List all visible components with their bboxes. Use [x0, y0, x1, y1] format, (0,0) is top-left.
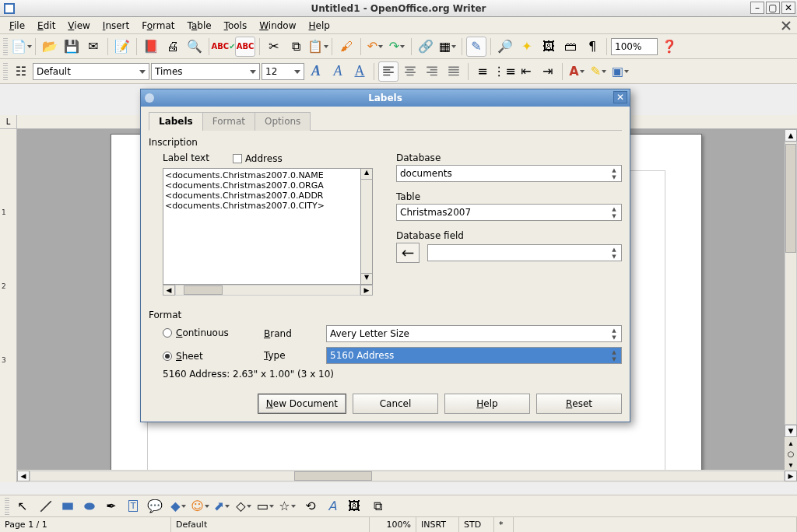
- fontwork-tool[interactable]: A: [322, 496, 342, 516]
- scroll-left-button[interactable]: ◀: [17, 471, 30, 481]
- format-paintbrush-button[interactable]: 🖌: [336, 37, 356, 57]
- redo-button[interactable]: ↷: [387, 37, 407, 57]
- from-file-tool[interactable]: 🖼: [344, 496, 364, 516]
- ta-vscroll-up[interactable]: ▲: [361, 169, 372, 180]
- background-button[interactable]: ▣: [610, 61, 630, 82]
- textbox-tool[interactable]: T: [123, 496, 143, 516]
- block-arrows-tool[interactable]: ⬈: [212, 496, 232, 516]
- highlight-button[interactable]: ✎: [588, 61, 609, 82]
- bullet-list-button[interactable]: ⋮≡: [494, 61, 514, 82]
- email-button[interactable]: ✉: [83, 37, 104, 57]
- menu-help[interactable]: Help: [304, 19, 335, 33]
- preview-button[interactable]: 🔍: [184, 37, 205, 57]
- paragraph-style-combo[interactable]: Default: [33, 63, 149, 80]
- export-pdf-button[interactable]: 📕: [141, 37, 161, 57]
- undo-button[interactable]: ↶: [365, 37, 385, 57]
- menu-insert[interactable]: Insert: [98, 19, 134, 33]
- callouts-tool[interactable]: ▭: [255, 496, 276, 516]
- print-button[interactable]: 🖨: [163, 37, 183, 57]
- menu-view[interactable]: View: [63, 19, 94, 33]
- save-button[interactable]: 💾: [61, 37, 82, 57]
- close-document-icon[interactable]: [780, 19, 792, 32]
- decrease-indent-button[interactable]: ⇤: [516, 61, 536, 82]
- vscrollbar[interactable]: ▲ ▼ ▴ ○ ▾: [785, 129, 797, 470]
- tab-options[interactable]: Options: [255, 112, 311, 131]
- reset-button[interactable]: Reset: [536, 394, 622, 414]
- datasources-button[interactable]: 🗃: [560, 37, 581, 57]
- insert-field-button[interactable]: 🡐: [396, 243, 420, 263]
- underline-button[interactable]: A: [349, 61, 370, 82]
- align-left-button[interactable]: [378, 61, 398, 82]
- align-right-button[interactable]: [422, 61, 442, 82]
- menu-table[interactable]: Table: [183, 19, 216, 33]
- dialog-close-button[interactable]: ✕: [613, 91, 627, 103]
- ta-scroll-right[interactable]: ▶: [360, 285, 373, 296]
- align-center-button[interactable]: [400, 61, 420, 82]
- navigation-button[interactable]: ○: [785, 448, 797, 459]
- brand-combo[interactable]: Avery Letter Size ▲▼: [326, 325, 622, 342]
- ta-hscroll-thumb[interactable]: [184, 285, 223, 295]
- ta-vscroll-down[interactable]: ▼: [361, 273, 372, 284]
- continuous-radio[interactable]: Continuous: [163, 327, 229, 338]
- font-name-combo[interactable]: Times: [151, 63, 260, 80]
- new-doc-button[interactable]: 📄: [11, 37, 31, 57]
- new-document-button[interactable]: New Document: [258, 394, 346, 414]
- toolbar-grip[interactable]: [3, 38, 8, 55]
- vscroll-thumb[interactable]: [785, 144, 796, 253]
- database-combo[interactable]: documents ▲▼: [396, 165, 622, 182]
- dialog-titlebar[interactable]: Labels ✕: [141, 89, 630, 107]
- zoom-combo[interactable]: 100%: [611, 38, 658, 55]
- copy-button[interactable]: ⧉: [286, 37, 306, 57]
- rectangle-tool[interactable]: [58, 496, 78, 516]
- status-style[interactable]: Default: [171, 517, 370, 532]
- hscroll-thumb[interactable]: [294, 471, 372, 481]
- italic-button[interactable]: A: [328, 61, 348, 82]
- scroll-down-button[interactable]: ▼: [785, 425, 797, 437]
- font-size-combo[interactable]: 12: [262, 63, 304, 80]
- next-page-button[interactable]: ▾: [785, 459, 797, 470]
- basic-shapes-tool[interactable]: ◆: [168, 496, 188, 516]
- address-checkbox[interactable]: Address: [233, 153, 283, 164]
- toolbar-grip[interactable]: [5, 498, 9, 515]
- menu-tools[interactable]: Tools: [219, 19, 252, 33]
- minimize-button[interactable]: –: [750, 2, 764, 14]
- points-tool[interactable]: ⟲: [300, 496, 321, 516]
- paste-button[interactable]: 📋: [307, 37, 328, 57]
- symbol-shapes-tool[interactable]: ☺: [190, 496, 210, 516]
- edit-file-button[interactable]: 📝: [112, 37, 132, 57]
- sheet-radio[interactable]: Sheet: [163, 351, 203, 362]
- menu-format[interactable]: Format: [137, 19, 179, 33]
- close-window-button[interactable]: ✕: [781, 2, 795, 14]
- cut-button[interactable]: ✂: [264, 37, 284, 57]
- autospell-button[interactable]: ABC: [235, 37, 255, 57]
- ta-scroll-left[interactable]: ◀: [163, 285, 175, 296]
- status-selection-mode[interactable]: STD: [459, 517, 494, 532]
- help-icon[interactable]: ❓: [659, 37, 679, 57]
- menu-window[interactable]: Window: [255, 19, 300, 33]
- bold-button[interactable]: A: [306, 61, 326, 82]
- font-color-button[interactable]: A: [567, 61, 587, 82]
- line-tool[interactable]: [36, 496, 56, 516]
- menu-file[interactable]: File: [5, 19, 30, 33]
- flowchart-tool[interactable]: ◇: [233, 496, 254, 516]
- type-combo[interactable]: 5160 Address ▲▼: [326, 347, 622, 364]
- menu-edit[interactable]: Edit: [33, 19, 60, 33]
- stars-tool[interactable]: ☆: [277, 496, 297, 516]
- label-text-area[interactable]: <documents.Christmas2007.0.NAME <documen…: [163, 168, 361, 285]
- help-button[interactable]: Help: [444, 394, 530, 414]
- status-zoom[interactable]: 100%: [370, 517, 416, 532]
- status-insert-mode[interactable]: INSRT: [416, 517, 459, 532]
- spellcheck-button[interactable]: ABC✔: [213, 37, 233, 57]
- align-justify-button[interactable]: [444, 61, 464, 82]
- extrusion-tool[interactable]: ⧉: [367, 496, 388, 516]
- tab-format[interactable]: Format: [202, 112, 255, 131]
- nonprinting-button[interactable]: ¶: [582, 37, 602, 57]
- scroll-up-button[interactable]: ▲: [785, 129, 797, 142]
- hscrollbar[interactable]: ◀ ▶: [17, 470, 797, 482]
- select-tool[interactable]: ↖: [12, 496, 33, 516]
- scroll-right-button[interactable]: ▶: [785, 471, 797, 481]
- hyperlink-button[interactable]: 🔗: [416, 37, 436, 57]
- increase-indent-button[interactable]: ⇥: [538, 61, 558, 82]
- prev-page-button[interactable]: ▴: [785, 437, 797, 448]
- maximize-button[interactable]: ▢: [766, 2, 780, 14]
